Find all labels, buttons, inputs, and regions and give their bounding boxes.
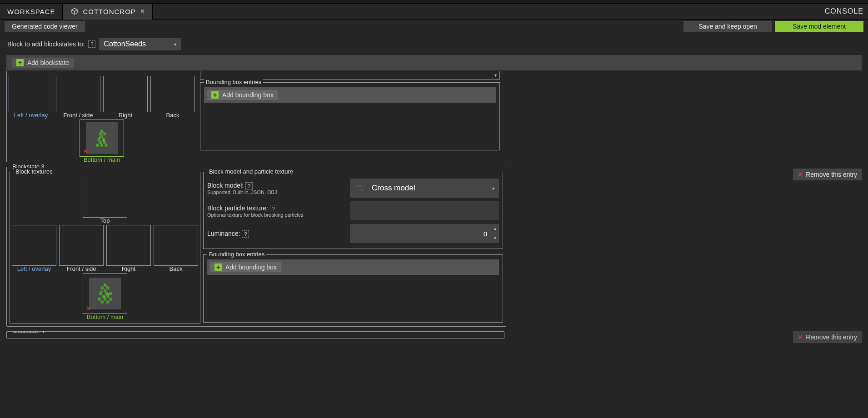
add-blockstate-button[interactable]: + Add blockstate [12,58,74,68]
svg-rect-9 [100,144,103,147]
remove-entry-label: Remove this entry [806,171,857,178]
save-mod-element-button[interactable]: Save mod element [775,21,863,32]
svg-rect-12 [99,137,100,138]
spinner-up-icon[interactable]: ▲ [491,224,499,234]
add-bounding-box-label: Add bounding box [225,264,277,271]
help-icon[interactable]: ? [270,205,277,212]
texture-thumbnail [89,278,121,309]
help-icon[interactable]: ? [88,40,95,48]
remove-entry-button[interactable]: ✕ Remove this entry [793,331,862,343]
x-icon: ✕ [798,333,803,341]
add-bounding-box-button[interactable]: + Add bounding box [207,90,278,100]
svg-rect-25 [109,298,112,300]
svg-rect-22 [106,295,109,298]
remove-entry-button[interactable]: ✕ Remove this entry [793,169,862,180]
help-icon[interactable]: ? [242,230,249,238]
plus-icon: + [215,264,222,271]
svg-rect-17 [104,289,106,292]
texture-slot-top[interactable] [83,177,127,218]
blockstate-3-fieldset: Blockstate 3 Block textures Top [6,167,506,327]
tab-workspace[interactable]: WORKSPACE [0,4,63,20]
remove-texture-icon[interactable]: × [87,305,90,312]
svg-rect-6 [99,141,102,144]
add-bounding-box-label: Add bounding box [222,91,274,99]
texture-slot-bottom-main[interactable]: × [83,273,127,314]
texture-label: Top [83,217,127,224]
svg-rect-4 [98,138,100,141]
add-blockstate-bar: + Add blockstate [6,55,862,70]
spinner-down-icon[interactable]: ▼ [491,234,499,243]
texture-slot-back[interactable] [150,76,195,112]
svg-rect-18 [100,292,102,295]
block-textures-legend: Block textures [14,168,55,175]
chevron-down-icon: ▾ [174,42,176,47]
svg-rect-15 [101,286,104,289]
texture-slot-right[interactable] [103,76,148,112]
texture-label: Left / overlay [9,112,53,119]
luminance-spinner[interactable]: ▲ ▼ [350,224,499,243]
texture-label: Bottom / main [80,156,124,163]
texture-slot-back[interactable] [154,225,198,266]
block-model-fieldset: Block model and particle texture Block m… [203,172,503,249]
block-model-value: Cross model [372,184,492,193]
tab-workspace-label: WORKSPACE [7,8,55,15]
svg-rect-30 [108,294,109,295]
block-model-label: Block model: [207,182,244,189]
block-selector-label: Block to add blockstates to: [7,40,85,48]
svg-rect-29 [101,291,102,292]
texture-label: Right [103,112,148,119]
texture-label: Right [106,265,151,272]
luminance-label: Luminance: [207,230,240,237]
texture-label: Back [150,112,195,119]
x-icon: ✕ [798,171,803,178]
bounding-box-fieldset: Bounding box entries + Add bounding box [200,82,500,150]
texture-slot-left-overlay[interactable] [9,76,53,112]
particle-texture-slot[interactable] [350,201,499,220]
svg-rect-13 [103,139,105,141]
svg-rect-24 [104,298,106,300]
particle-label: Block particle texture: [207,204,268,212]
bounding-box-legend: Bounding box entries [207,251,266,258]
svg-rect-27 [106,301,109,304]
block-model-dropdown[interactable]: BUILT IN Cross model ▾ [350,179,499,198]
texture-slot-bottom-main[interactable]: × [80,119,124,157]
cube-icon [70,7,79,16]
add-bounding-box-button[interactable]: + Add bounding box [210,262,281,272]
help-icon[interactable]: ? [245,182,253,189]
svg-rect-8 [96,144,99,147]
builtin-badge: BUILT IN [354,184,368,192]
texture-slot-right[interactable] [106,225,151,266]
texture-thumbnail [86,122,118,154]
block-model-legend: Block model and particle texture [207,168,295,175]
block-selector-dropdown[interactable]: CottonSeeds ▾ [99,38,181,50]
texture-label: Bottom / main [83,314,127,320]
luminance-input[interactable] [350,230,491,238]
texture-label: Front / side [56,112,100,119]
console-label[interactable]: CONSOLE [825,7,868,15]
close-icon[interactable]: × [140,7,145,15]
blockstate-4-fieldset: Blockstate 4 [6,331,504,338]
tab-cottoncrop-label: COTTONCROP [83,8,135,15]
svg-rect-1 [99,133,102,135]
svg-rect-19 [105,292,108,295]
svg-rect-10 [105,144,107,147]
chevron-down-icon[interactable]: ▾ [494,73,497,78]
bounding-box-legend: Bounding box entries [204,79,263,85]
texture-slot-front-side[interactable] [59,225,104,266]
bounding-box-fieldset: Bounding box entries + Add bounding box [203,254,503,323]
block-model-sublabel: Supported: Built-in, JSON, OBJ [207,189,350,195]
svg-rect-20 [109,292,112,295]
add-blockstate-label: Add blockstate [27,59,69,66]
generated-code-viewer-button[interactable]: Generated code viewer [5,21,85,32]
block-selector-row: Block to add blockstates to: ? CottonSee… [0,33,868,55]
tab-cottoncrop[interactable]: COTTONCROP × [63,4,153,20]
toolbar: Generated code viewer Save and keep open… [0,20,868,33]
remove-entry-label: Remove this entry [806,333,857,341]
particle-sublabel: Optional texture for block breaking part… [207,212,350,218]
texture-slot-front-side[interactable] [56,76,100,112]
blockstate-4-legend: Blockstate 4 [10,331,46,334]
chevron-down-icon: ▾ [492,186,494,191]
save-keep-open-button[interactable]: Save and keep open [683,21,772,32]
remove-texture-icon[interactable]: × [84,148,87,154]
texture-slot-left-overlay[interactable] [12,225,56,266]
